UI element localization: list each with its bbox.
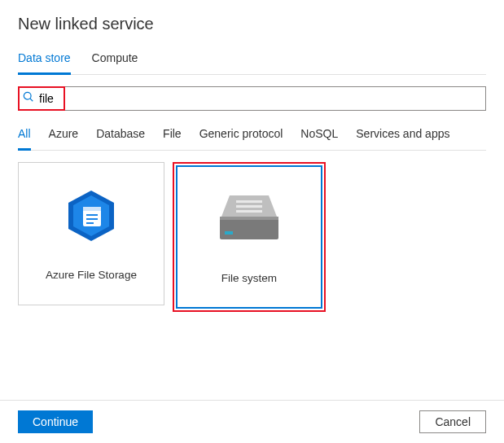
svg-rect-7 [86, 218, 98, 220]
svg-rect-13 [220, 217, 278, 239]
filter-services-and-apps[interactable]: Services and apps [356, 125, 449, 150]
card-azure-file-storage[interactable]: Azure File Storage [18, 162, 164, 305]
file-system-icon [213, 191, 285, 248]
svg-rect-8 [86, 222, 94, 224]
svg-line-1 [30, 99, 33, 101]
filter-generic-protocol[interactable]: Generic protocol [199, 125, 283, 150]
card-label: File system [221, 272, 277, 284]
filter-file[interactable]: File [163, 125, 182, 150]
page-title: New linked service [18, 15, 486, 33]
svg-point-0 [24, 92, 31, 99]
card-file-system[interactable]: File system [176, 165, 322, 309]
search-input[interactable] [34, 88, 60, 109]
svg-rect-6 [86, 214, 98, 216]
footer: Continue Cancel [0, 400, 504, 433]
continue-button[interactable]: Continue [18, 410, 93, 433]
filter-nosql[interactable]: NoSQL [300, 125, 338, 150]
filter-tabs: All Azure Database File Generic protocol… [18, 125, 486, 151]
svg-rect-14 [220, 217, 278, 220]
tab-data-store[interactable]: Data store [18, 48, 71, 75]
svg-rect-12 [236, 210, 262, 213]
cancel-button[interactable]: Cancel [419, 410, 486, 433]
search-icon [23, 91, 34, 106]
card-label: Azure File Storage [46, 269, 137, 281]
svg-rect-15 [225, 231, 233, 235]
svg-rect-5 [83, 207, 101, 211]
azure-file-storage-icon [65, 187, 117, 244]
main-tabs: Data store Compute [18, 48, 486, 75]
filter-all[interactable]: All [18, 125, 31, 151]
filter-azure[interactable]: Azure [49, 125, 79, 150]
filter-database[interactable]: Database [96, 125, 145, 150]
svg-rect-10 [236, 200, 262, 203]
svg-rect-11 [236, 205, 262, 208]
tab-compute[interactable]: Compute [92, 48, 138, 74]
